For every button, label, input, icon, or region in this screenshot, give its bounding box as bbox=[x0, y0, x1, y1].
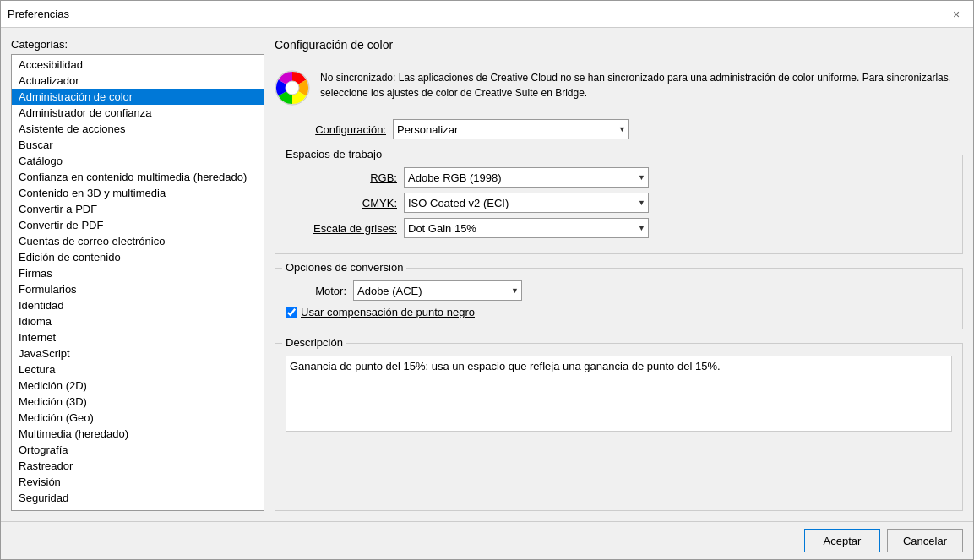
category-item[interactable]: Catálogo bbox=[12, 153, 264, 169]
info-text: No sincronizado: Las aplicaciones de Cre… bbox=[320, 70, 963, 101]
descripcion-label: Descripción bbox=[282, 336, 346, 349]
escala-row: Escala de grises: Dot Gain 15%Dot Gain 2… bbox=[286, 218, 952, 238]
configuracion-select-wrapper: PersonalizarMonitor ColorsRGB bbox=[393, 119, 629, 139]
category-item[interactable]: Formularios bbox=[12, 281, 264, 297]
category-item[interactable]: Cuentas de correo electrónico bbox=[12, 233, 264, 249]
category-item[interactable]: Administrador de confianza bbox=[12, 105, 264, 121]
window-title: Preferencias bbox=[8, 8, 69, 20]
espacios-group: Espacios de trabajo RGB: Adobe RGB (1998… bbox=[275, 155, 963, 254]
cmyk-select[interactable]: ISO Coated v2 (ECI)U.S. Web Coated (SWOP… bbox=[404, 193, 649, 213]
title-bar: Preferencias × bbox=[1, 1, 973, 28]
descripcion-textarea[interactable] bbox=[286, 356, 952, 432]
close-button[interactable]: × bbox=[946, 4, 966, 24]
color-wheel-icon bbox=[275, 70, 310, 106]
checkbox-row: Usar compensación de punto negro bbox=[286, 306, 952, 318]
descripcion-box: Descripción bbox=[275, 343, 963, 511]
category-item[interactable]: Sincronización bbox=[12, 506, 264, 510]
configuracion-row: Configuración: PersonalizarMonitor Color… bbox=[275, 119, 963, 139]
category-item[interactable]: Contenido en 3D y multimedia bbox=[12, 185, 264, 201]
cmyk-select-wrapper: ISO Coated v2 (ECI)U.S. Web Coated (SWOP… bbox=[404, 193, 649, 213]
category-list-container: AccesibilidadActualizadorAdministración … bbox=[11, 54, 264, 511]
category-item[interactable]: Convertir de PDF bbox=[12, 217, 264, 233]
opciones-group: Opciones de conversión Motor: Adobe (ACE… bbox=[275, 268, 963, 329]
category-item[interactable]: Buscar bbox=[12, 137, 264, 153]
category-item[interactable]: Rastreador bbox=[12, 458, 264, 474]
punto-negro-label: Usar compensación de punto negro bbox=[301, 306, 475, 318]
category-item[interactable]: Actualizador bbox=[12, 73, 264, 89]
left-panel: Categorías: AccesibilidadActualizadorAdm… bbox=[11, 38, 264, 511]
cancel-button[interactable]: Cancelar bbox=[887, 529, 963, 552]
category-item[interactable]: Medición (2D) bbox=[12, 378, 264, 394]
opciones-label: Opciones de conversión bbox=[282, 261, 406, 274]
descripcion-content bbox=[286, 356, 952, 434]
escala-select[interactable]: Dot Gain 15%Dot Gain 20% bbox=[404, 218, 649, 238]
motor-label: Motor: bbox=[286, 285, 353, 297]
category-item[interactable]: Medición (Geo) bbox=[12, 410, 264, 426]
info-box: No sincronizado: Las aplicaciones de Cre… bbox=[275, 70, 963, 106]
cmyk-row: CMYK: ISO Coated v2 (ECI)U.S. Web Coated… bbox=[286, 193, 952, 213]
category-item[interactable]: Internet bbox=[12, 329, 264, 345]
espacios-content: RGB: Adobe RGB (1998)sRGB IEC61966-2.1 C… bbox=[286, 167, 952, 238]
category-item[interactable]: Medición (3D) bbox=[12, 394, 264, 410]
category-item[interactable]: Convertir a PDF bbox=[12, 201, 264, 217]
categories-label: Categorías: bbox=[11, 38, 264, 51]
configuracion-label: Configuración: bbox=[275, 123, 393, 136]
category-list: AccesibilidadActualizadorAdministración … bbox=[12, 55, 264, 510]
category-item[interactable]: Multimedia (heredado) bbox=[12, 426, 264, 442]
motor-select-wrapper: Adobe (ACE)Apple ColorSync bbox=[353, 280, 522, 301]
category-item[interactable]: Idioma bbox=[12, 313, 264, 329]
main-content: Categorías: AccesibilidadActualizadorAdm… bbox=[1, 28, 973, 521]
rgb-row: RGB: Adobe RGB (1998)sRGB IEC61966-2.1 bbox=[286, 167, 952, 188]
cmyk-label: CMYK: bbox=[286, 197, 404, 209]
escala-label: Escala de grises: bbox=[286, 222, 404, 235]
category-item[interactable]: Ortografía bbox=[12, 442, 264, 458]
espacios-label: Espacios de trabajo bbox=[282, 148, 385, 160]
category-item[interactable]: Edición de contenido bbox=[12, 249, 264, 265]
category-item[interactable]: Seguridad bbox=[12, 490, 264, 506]
category-item[interactable]: Confianza en contenido multimedia (hered… bbox=[12, 169, 264, 185]
configuracion-select[interactable]: PersonalizarMonitor ColorsRGB bbox=[393, 119, 629, 139]
motor-select[interactable]: Adobe (ACE)Apple ColorSync bbox=[353, 280, 522, 301]
opciones-content: Motor: Adobe (ACE)Apple ColorSync Usar c… bbox=[286, 280, 952, 318]
escala-select-wrapper: Dot Gain 15%Dot Gain 20% bbox=[404, 218, 649, 238]
category-item[interactable]: Identidad bbox=[12, 297, 264, 313]
footer: Aceptar Cancelar bbox=[1, 521, 973, 559]
rgb-select-wrapper: Adobe RGB (1998)sRGB IEC61966-2.1 bbox=[404, 167, 649, 188]
category-item[interactable]: Lectura bbox=[12, 362, 264, 378]
punto-negro-label-text: Usar compensación de punto negro bbox=[301, 306, 475, 318]
category-item[interactable]: Accesibilidad bbox=[12, 57, 264, 73]
category-item[interactable]: Asistente de acciones bbox=[12, 121, 264, 137]
accept-button[interactable]: Aceptar bbox=[804, 529, 880, 552]
right-panel: Configuración de color bbox=[275, 38, 963, 511]
preferences-window: Preferencias × Categorías: Accesibilidad… bbox=[0, 0, 974, 560]
category-item[interactable]: Firmas bbox=[12, 265, 264, 281]
motor-row: Motor: Adobe (ACE)Apple ColorSync bbox=[286, 280, 952, 301]
rgb-select[interactable]: Adobe RGB (1998)sRGB IEC61966-2.1 bbox=[404, 167, 649, 188]
category-item[interactable]: Administración de color bbox=[12, 89, 264, 105]
punto-negro-checkbox[interactable] bbox=[286, 307, 297, 318]
category-item[interactable]: JavaScript bbox=[12, 345, 264, 362]
section-title: Configuración de color bbox=[275, 38, 963, 53]
category-item[interactable]: Revisión bbox=[12, 474, 264, 490]
svg-point-1 bbox=[286, 81, 299, 95]
rgb-label: RGB: bbox=[286, 171, 404, 184]
